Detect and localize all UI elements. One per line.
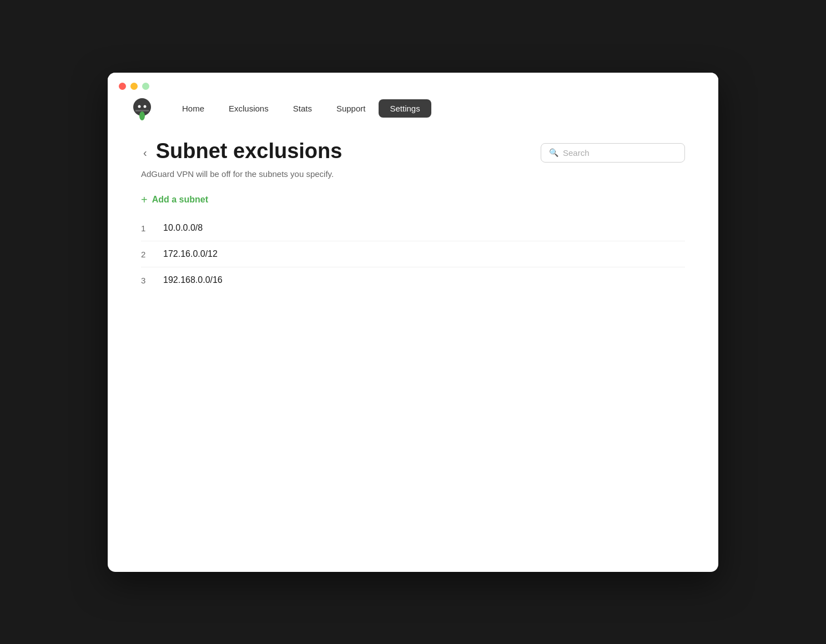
search-input[interactable] bbox=[563, 148, 677, 158]
add-subnet-label: Add a subnet bbox=[152, 195, 208, 205]
main-content: ‹ Subnet exclusions 🔍 AdGuard VPN will b… bbox=[108, 128, 718, 572]
navbar: Home Exclusions Stats Support Settings bbox=[108, 90, 718, 128]
plus-icon: + bbox=[141, 194, 148, 205]
search-icon: 🔍 bbox=[549, 148, 558, 157]
page-subtitle: AdGuard VPN will be off for the subnets … bbox=[141, 169, 685, 179]
subnet-number-2: 2 bbox=[141, 250, 152, 259]
back-button[interactable]: ‹ bbox=[141, 145, 149, 160]
svg-point-1 bbox=[138, 105, 141, 108]
subnet-address-2: 172.16.0.0/12 bbox=[163, 249, 218, 259]
page-header: ‹ Subnet exclusions 🔍 bbox=[141, 139, 685, 164]
subnet-number-3: 3 bbox=[141, 276, 152, 285]
page-title: Subnet exclusions bbox=[156, 139, 343, 164]
nav-stats[interactable]: Stats bbox=[282, 99, 323, 118]
subnet-item-3: 3 192.168.0.0/16 bbox=[141, 267, 685, 293]
subnet-item-1: 1 10.0.0.0/8 bbox=[141, 215, 685, 241]
title-section: ‹ Subnet exclusions bbox=[141, 139, 342, 164]
nav-settings[interactable]: Settings bbox=[379, 99, 431, 118]
add-subnet-button[interactable]: + Add a subnet bbox=[141, 194, 208, 205]
svg-point-2 bbox=[144, 105, 147, 108]
nav-exclusions[interactable]: Exclusions bbox=[218, 99, 280, 118]
nav-items: Home Exclusions Stats Support Settings bbox=[171, 99, 431, 118]
minimize-button[interactable] bbox=[130, 83, 138, 90]
subnet-item-2: 2 172.16.0.0/12 bbox=[141, 241, 685, 267]
subnet-list: 1 10.0.0.0/8 2 172.16.0.0/12 3 192.168.0… bbox=[141, 215, 685, 293]
search-container: 🔍 bbox=[541, 143, 685, 163]
subnet-address-1: 10.0.0.0/8 bbox=[163, 223, 203, 233]
nav-support[interactable]: Support bbox=[325, 99, 377, 118]
svg-rect-4 bbox=[135, 110, 149, 111]
subnet-address-3: 192.168.0.0/16 bbox=[163, 275, 223, 285]
subnet-number-1: 1 bbox=[141, 224, 152, 233]
search-box: 🔍 bbox=[541, 143, 685, 163]
titlebar bbox=[108, 73, 718, 90]
maximize-button[interactable] bbox=[142, 83, 149, 90]
nav-home[interactable]: Home bbox=[171, 99, 215, 118]
app-logo bbox=[130, 97, 154, 121]
app-window: Home Exclusions Stats Support Settings ‹… bbox=[108, 73, 718, 572]
close-button[interactable] bbox=[119, 83, 126, 90]
